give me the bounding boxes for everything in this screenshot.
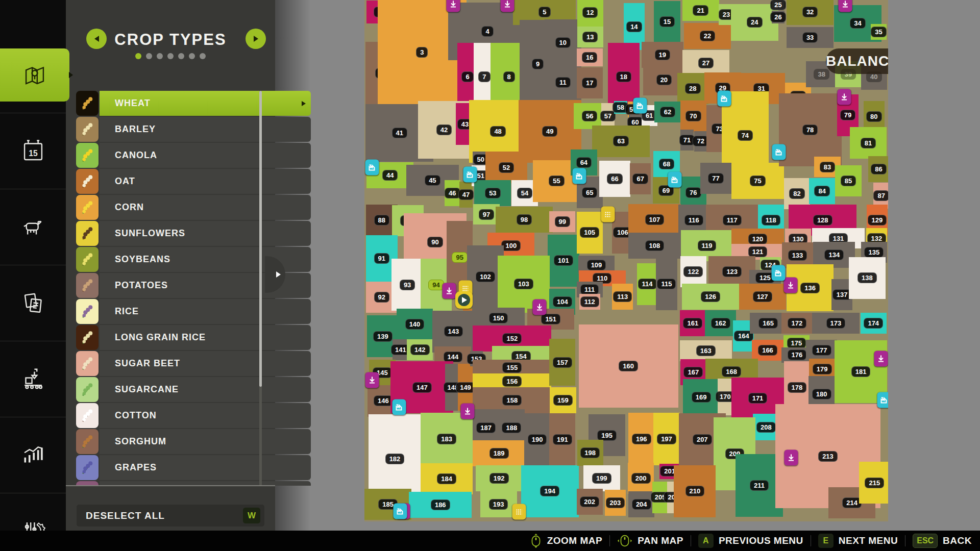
selling-point-icon[interactable] — [668, 171, 682, 187]
map-field-193[interactable]: 193 — [480, 491, 517, 517]
map-field-75[interactable]: 75 — [731, 163, 784, 199]
map-field-191[interactable]: 191 — [549, 413, 575, 465]
map-field-13[interactable]: 13 — [577, 27, 603, 47]
crop-item-barley[interactable]: BARLEY — [76, 117, 311, 142]
map-field-186[interactable]: 186 — [409, 492, 472, 518]
map-field-24[interactable]: 24 — [731, 4, 778, 41]
production-icon[interactable] — [784, 278, 798, 293]
map-field-47[interactable]: 47 — [459, 182, 473, 208]
selling-point-icon[interactable] — [717, 91, 731, 107]
map-field-107[interactable]: 107 — [628, 204, 681, 235]
shop-icon[interactable] — [512, 504, 526, 519]
map-field-105[interactable]: 105 — [577, 212, 603, 254]
production-icon[interactable] — [838, 0, 852, 12]
shop-icon[interactable] — [601, 207, 615, 222]
map-field-12[interactable]: 12 — [577, 0, 603, 28]
production-icon[interactable] — [501, 0, 514, 12]
map-field-71[interactable]: 71 — [680, 130, 694, 151]
action-pan-map[interactable]: PAN MAP — [617, 533, 683, 548]
page-dot-6[interactable] — [189, 53, 195, 59]
map-field-11[interactable]: 11 — [545, 59, 581, 106]
map-field-101[interactable]: 101 — [548, 235, 579, 287]
selling-point-icon[interactable] — [771, 265, 785, 281]
map-field-127[interactable]: 127 — [739, 284, 786, 310]
next-page-button[interactable] — [246, 29, 266, 49]
map-field-162[interactable]: 162 — [705, 310, 737, 336]
map-field-215[interactable]: 215 — [859, 462, 888, 504]
map-field-115[interactable]: 115 — [656, 258, 677, 310]
player-marker-icon[interactable] — [455, 291, 473, 309]
map-field-17[interactable]: 17 — [577, 67, 603, 98]
map-field-166[interactable]: 166 — [752, 340, 783, 361]
production-icon[interactable] — [532, 299, 546, 315]
selling-point-icon[interactable] — [463, 167, 477, 183]
map-field-26[interactable]: 26 — [772, 11, 785, 24]
crop-item-cotton[interactable]: COTTON — [76, 403, 311, 428]
crop-item-wheat[interactable]: WHEAT — [76, 91, 311, 116]
production-icon[interactable] — [785, 450, 798, 466]
map-field-122[interactable]: 122 — [680, 256, 706, 287]
crop-item-sunflowers[interactable]: SUNFLOWERS — [76, 221, 311, 246]
map-field-163[interactable]: 163 — [680, 340, 732, 361]
map-field-53[interactable]: 53 — [474, 180, 511, 206]
map-field-35[interactable]: 35 — [871, 24, 887, 40]
selling-point-icon[interactable] — [877, 392, 888, 408]
page-dot-2[interactable] — [146, 53, 152, 59]
map-field-198[interactable]: 198 — [577, 440, 603, 466]
map-field-66[interactable]: 66 — [599, 161, 631, 197]
map-field-156[interactable]: 156 — [473, 373, 551, 389]
action-previous-menu[interactable]: APREVIOUS MENU — [698, 534, 803, 548]
map-field-15[interactable]: 15 — [654, 1, 680, 43]
crop-item-sugarcane[interactable]: SUGARCANE — [76, 377, 311, 402]
crop-item-sugar-beet[interactable]: SUGAR BEET — [76, 351, 311, 376]
selling-point-icon[interactable] — [392, 399, 406, 415]
map-field-194[interactable]: 194 — [521, 465, 579, 517]
map-field-141[interactable]: 141 — [393, 339, 408, 360]
crop-item-oat[interactable]: OAT — [76, 169, 311, 194]
map-field-52[interactable]: 52 — [485, 152, 527, 183]
map-field-197[interactable]: 197 — [653, 413, 679, 465]
sidebar-item-animals[interactable] — [0, 201, 66, 254]
map-field-174[interactable]: 174 — [861, 313, 887, 334]
map-field-85[interactable]: 85 — [835, 165, 861, 196]
map-field-183[interactable]: 183 — [421, 413, 473, 465]
page-dot-3[interactable] — [157, 53, 163, 59]
page-dot-7[interactable] — [200, 53, 206, 59]
crop-list-scrollbar[interactable] — [259, 91, 262, 486]
map-field-114[interactable]: 114 — [637, 263, 658, 305]
map-field-98[interactable]: 98 — [496, 207, 553, 233]
sidebar-item-contracts[interactable] — [0, 277, 66, 330]
map-field-161[interactable]: 161 — [680, 310, 706, 336]
map-field-63[interactable]: 63 — [592, 126, 650, 157]
map-field-70[interactable]: 70 — [680, 101, 706, 132]
map-field-67[interactable]: 67 — [630, 163, 651, 194]
production-icon[interactable] — [443, 283, 456, 299]
map-field-126[interactable]: 126 — [682, 284, 740, 310]
crop-item-rice[interactable]: RICE — [76, 299, 311, 324]
map-field-28[interactable]: 28 — [677, 73, 709, 104]
selling-point-icon[interactable] — [393, 503, 407, 519]
map-field-112[interactable]: 112 — [579, 294, 600, 310]
page-dot-5[interactable] — [178, 53, 184, 59]
map-field-190[interactable]: 190 — [524, 413, 550, 465]
map-field-62[interactable]: 62 — [654, 102, 680, 122]
field-map[interactable]: 1234567891011121314151617181920212223242… — [364, 0, 888, 521]
crop-item-canola[interactable]: CANOLA — [76, 143, 311, 168]
crop-item-corn[interactable]: CORN — [76, 195, 311, 220]
production-icon[interactable] — [365, 372, 379, 388]
production-icon[interactable] — [837, 89, 851, 105]
scrollbar-thumb[interactable] — [259, 91, 262, 387]
map-field-196[interactable]: 196 — [628, 413, 654, 465]
map-field-25[interactable]: 25 — [772, 0, 785, 10]
map-field-140[interactable]: 140 — [397, 309, 433, 340]
deselect-all-button[interactable]: DESELECT ALL W — [77, 505, 264, 527]
map-field-32[interactable]: 32 — [787, 0, 834, 25]
map-field-123[interactable]: 123 — [708, 256, 755, 287]
map-field-86[interactable]: 86 — [868, 156, 888, 182]
action-back[interactable]: ESCBACK — [913, 534, 972, 548]
action-next-menu[interactable]: ENEXT MENU — [818, 534, 898, 548]
map-field-170[interactable]: 170 — [718, 379, 733, 415]
selling-point-icon[interactable] — [772, 144, 786, 160]
production-icon[interactable] — [461, 404, 475, 419]
crop-item-long-grain-rice[interactable]: LONG GRAIN RICE — [76, 325, 311, 350]
